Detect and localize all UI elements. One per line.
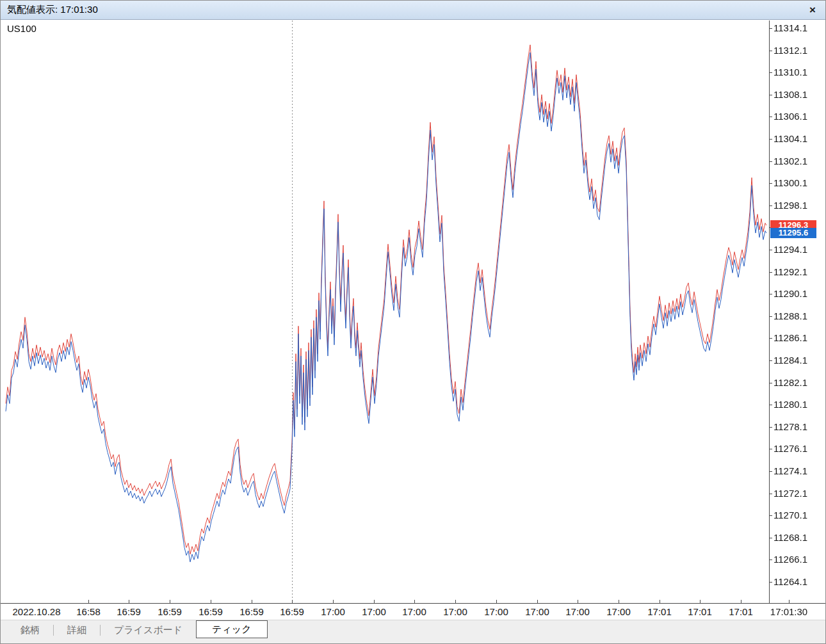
price-axis-label: 11294.1: [773, 244, 807, 255]
time-axis-label: 17:00: [362, 606, 386, 617]
price-axis-label: 11268.1: [773, 532, 807, 543]
price-axis-label: 11282.1: [773, 377, 807, 389]
price-axis-label: 11288.1: [773, 310, 807, 322]
price-axis-label: 11276.1: [773, 443, 807, 455]
price-axis-label: 11286.1: [773, 332, 807, 344]
time-axis-label: 17:01: [647, 606, 672, 617]
time-axis-label: 17:00: [443, 606, 467, 617]
time-axis-label: 16:59: [158, 606, 182, 617]
time-axis-label: 17:00: [402, 606, 426, 617]
price-axis-label: 11298.1: [773, 200, 807, 211]
time-axis-label: 17:01: [688, 606, 712, 617]
time-axis-label: 16:59: [198, 606, 223, 617]
price-axis-label: 11284.1: [773, 355, 807, 366]
time-axis-label: 16:59: [280, 606, 304, 617]
price-axis-label: 11300.1: [773, 177, 807, 189]
price-axis-label: 11270.1: [773, 510, 807, 521]
window-title: 気配値表示: 17:01:30: [7, 4, 98, 16]
tab-4[interactable]: ティック: [196, 620, 267, 638]
price-axis-label: 11280.1: [773, 399, 807, 410]
price-axis-label: 11272.1: [773, 488, 807, 499]
time-axis-label: 17:01: [729, 606, 753, 617]
time-axis-label: 17:00: [321, 606, 345, 617]
price-axis-label: 11302.1: [773, 156, 807, 167]
tab-1[interactable]: 銘柄: [7, 620, 53, 640]
time-axis-label: 17:01:30: [770, 606, 807, 617]
price-axis-label: 11274.1: [773, 465, 807, 477]
time-axis-label: 17:00: [525, 606, 549, 617]
price-axis-label: 11264.1: [773, 576, 807, 588]
time-axis-label: 16:59: [239, 606, 264, 617]
bid-price-badge: 11295.6: [770, 228, 816, 238]
tick-chart-area: US100 11314.111312.111310.111308.111306.…: [1, 20, 825, 603]
price-axis-label: 11266.1: [773, 554, 807, 565]
tick-chart-canvas: [1, 20, 825, 603]
price-axis-label: 11306.1: [773, 111, 807, 122]
price-axis-label: 11304.1: [773, 133, 807, 145]
title-bar: 気配値表示: 17:01:30 ×: [1, 1, 825, 20]
market-watch-window: 気配値表示: 17:01:30 × US100 11314.111312.111…: [0, 0, 826, 644]
time-axis-label: 16:58: [76, 606, 101, 617]
price-axis-label: 11314.1: [773, 22, 807, 34]
tab-bar: 銘柄詳細プライスボードティック: [1, 620, 825, 643]
tab-2[interactable]: 詳細: [54, 620, 100, 640]
price-axis-label: 11310.1: [773, 67, 807, 78]
time-axis-label: 16:59: [117, 606, 141, 617]
time-axis-label: 17:00: [606, 606, 631, 617]
price-axis-label: 11290.1: [773, 288, 807, 300]
price-axis-label: 11278.1: [773, 421, 807, 433]
close-icon[interactable]: ×: [805, 1, 820, 20]
time-axis-label: 2022.10.28: [12, 606, 60, 617]
price-axis-label: 11292.1: [773, 266, 807, 278]
price-axis-label: 11308.1: [773, 89, 807, 101]
time-axis-label: 17:00: [484, 606, 508, 617]
tab-3[interactable]: プライスボード: [101, 620, 196, 640]
time-axis: 2022.10.2816:5816:5916:5916:5916:5916:59…: [1, 603, 825, 620]
time-axis-label: 17:00: [565, 606, 590, 617]
price-axis-label: 11312.1: [773, 45, 807, 56]
symbol-label: US100: [7, 23, 36, 34]
